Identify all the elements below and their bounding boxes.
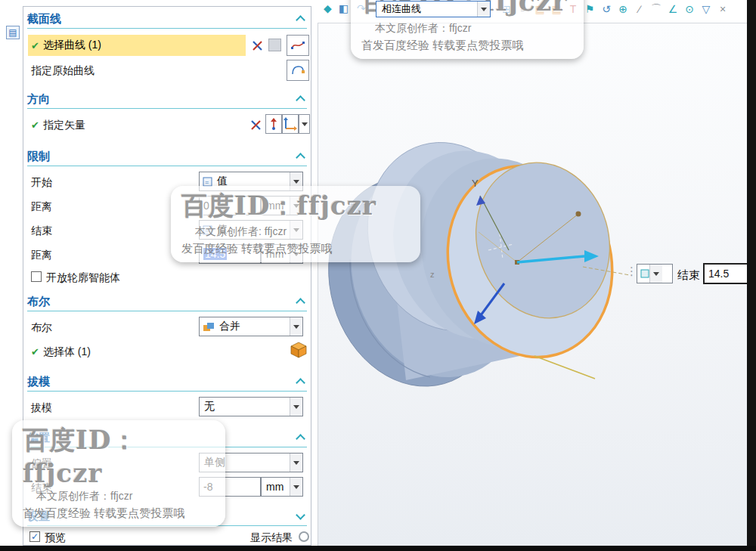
open-profile-checkbox[interactable] bbox=[31, 271, 42, 282]
boolean-label: 布尔 bbox=[31, 321, 52, 335]
offset-unit-combo[interactable]: mm bbox=[261, 477, 303, 497]
offset-combo[interactable]: 单侧 bbox=[199, 453, 303, 472]
clear-vector-icon[interactable] bbox=[247, 116, 264, 134]
chevron-down-icon[interactable] bbox=[290, 245, 302, 263]
collapse-icon[interactable] bbox=[296, 95, 305, 105]
start-label: 开始 bbox=[31, 176, 52, 190]
select-body-row[interactable]: ✔选择体 (1) bbox=[31, 345, 91, 359]
preview-label: 预览 bbox=[45, 531, 66, 545]
grid2-icon[interactable]: ▦ bbox=[550, 2, 562, 17]
offset-label: 偏置 bbox=[31, 457, 52, 471]
vector-constructor-icon[interactable] bbox=[282, 114, 299, 134]
offset-end-label: 结束 bbox=[31, 481, 52, 495]
window-icon[interactable]: ⊞ bbox=[500, 2, 513, 17]
chevron-down-icon[interactable] bbox=[290, 221, 302, 239]
collapse-icon[interactable] bbox=[296, 298, 305, 308]
group-title: 限制 bbox=[27, 150, 50, 164]
start-unit-combo[interactable]: mm bbox=[261, 196, 303, 215]
draft-combo[interactable]: 无 bbox=[199, 397, 303, 416]
check-icon: ✔ bbox=[31, 40, 39, 51]
show-result-icon[interactable] bbox=[297, 530, 311, 543]
select-curve-label: 选择曲线 (1) bbox=[43, 39, 101, 52]
triangle-icon[interactable]: ▽ bbox=[700, 2, 712, 17]
point-icon[interactable]: ⊕ bbox=[617, 2, 629, 17]
floating-mode-combo[interactable] bbox=[637, 264, 673, 283]
origin-curve-label: 指定原始曲线 bbox=[31, 64, 94, 78]
group-title: 方向 bbox=[27, 92, 50, 107]
point-constructor-icon[interactable] bbox=[265, 114, 282, 134]
chevron-down-icon[interactable] bbox=[290, 197, 302, 215]
close-icon[interactable]: × bbox=[717, 2, 729, 17]
chevron-down-icon[interactable] bbox=[649, 265, 662, 283]
chevron-down-icon[interactable] bbox=[290, 398, 302, 416]
body-cube-icon[interactable] bbox=[288, 339, 309, 361]
selected-text: 14.5 bbox=[203, 248, 227, 260]
group-header-section-line[interactable]: 截面线 bbox=[27, 10, 307, 29]
group-header-settings[interactable]: 设置 bbox=[27, 507, 307, 526]
curve-rule-button[interactable] bbox=[287, 35, 309, 56]
value-icon: = bbox=[200, 177, 212, 187]
line-icon[interactable]: ∕ bbox=[634, 2, 646, 17]
end-distance-input[interactable]: 14.5 bbox=[199, 244, 261, 264]
check-icon: ✔ bbox=[31, 346, 39, 358]
unit-value: mm bbox=[262, 248, 290, 260]
group-title: 偏置 bbox=[27, 431, 50, 445]
chevron-down-icon[interactable] bbox=[299, 114, 310, 134]
unit-value: mm bbox=[262, 481, 290, 493]
group-header-direction[interactable]: 方向 bbox=[27, 90, 307, 109]
group-header-limits[interactable]: 限制 bbox=[27, 147, 307, 166]
chevron-down-icon[interactable] bbox=[290, 478, 302, 496]
collapse-icon[interactable] bbox=[296, 153, 305, 163]
start-mode-combo[interactable]: = 值 bbox=[199, 172, 303, 191]
specify-vector-row[interactable]: ✔指定矢量 bbox=[31, 119, 85, 132]
rotate-icon[interactable]: ↺ bbox=[600, 2, 612, 17]
group-title: 设置 bbox=[27, 509, 50, 524]
arc-icon[interactable]: ⌒ bbox=[650, 2, 662, 17]
target-icon[interactable]: ⊙ bbox=[683, 2, 696, 17]
preview-checkbox[interactable]: ✓ bbox=[29, 531, 40, 542]
offset-end-input[interactable]: -8 bbox=[199, 477, 261, 497]
end-mode-value: 值 bbox=[212, 223, 290, 237]
sheet-icon bbox=[637, 269, 649, 278]
value-icon: = bbox=[200, 225, 212, 235]
curve-option-icon[interactable]: ↷ bbox=[357, 2, 366, 14]
diamond-icon[interactable]: ◆ bbox=[324, 2, 332, 14]
end-mode-combo[interactable]: = 值 bbox=[199, 220, 303, 240]
solid-cube-icon[interactable]: ◧ bbox=[339, 2, 349, 14]
group-header-boolean[interactable]: 布尔 bbox=[27, 293, 307, 311]
collapse-icon[interactable] bbox=[296, 378, 305, 388]
collapse-icon[interactable] bbox=[296, 434, 305, 444]
text-icon[interactable]: T bbox=[567, 2, 579, 17]
select-curve-row[interactable]: ✔ 选择曲线 (1) bbox=[28, 35, 246, 56]
svg-text:=: = bbox=[205, 227, 209, 234]
chevron-down-icon[interactable] bbox=[290, 453, 302, 472]
start-distance-input[interactable]: 0 bbox=[199, 196, 261, 215]
chevron-down-icon[interactable] bbox=[290, 172, 302, 190]
offset-value: 单侧 bbox=[200, 456, 290, 469]
angle-icon[interactable]: ∠ bbox=[667, 2, 679, 17]
grid-icon[interactable]: ▦ bbox=[534, 2, 546, 17]
chevron-down-icon[interactable] bbox=[290, 317, 302, 336]
select-body-label: 选择体 (1) bbox=[43, 345, 91, 358]
resource-bar-icon[interactable]: ▤ bbox=[6, 26, 20, 39]
clear-selection-icon[interactable] bbox=[249, 37, 265, 54]
svg-text:z: z bbox=[430, 270, 435, 279]
floating-end-input[interactable]: 14.5 bbox=[703, 263, 750, 284]
origin-curve-button[interactable] bbox=[287, 60, 309, 81]
curve-rule-value: 相连曲线 bbox=[376, 2, 477, 16]
flag-icon[interactable]: ⚑ bbox=[584, 2, 596, 17]
group-title: 拔模 bbox=[27, 375, 50, 389]
group-header-draft[interactable]: 拔模 bbox=[27, 373, 307, 392]
list-icon[interactable]: ≡ bbox=[517, 2, 529, 17]
end-unit-combo[interactable]: mm bbox=[261, 244, 303, 264]
show-result-label: 显示结果 bbox=[250, 531, 293, 545]
graphics-viewport[interactable]: Y z bbox=[318, 23, 747, 546]
curve-rule-combo[interactable]: 相连曲线 bbox=[376, 1, 491, 17]
draft-label: 拔模 bbox=[31, 401, 52, 415]
collapse-icon[interactable] bbox=[296, 15, 305, 25]
group-header-offset[interactable]: 偏置 bbox=[27, 429, 307, 447]
chevron-down-icon[interactable] bbox=[477, 2, 490, 17]
expand-icon[interactable] bbox=[296, 510, 305, 520]
boolean-combo[interactable]: 合并 bbox=[199, 317, 303, 336]
boolean-value: 合并 bbox=[215, 320, 290, 333]
